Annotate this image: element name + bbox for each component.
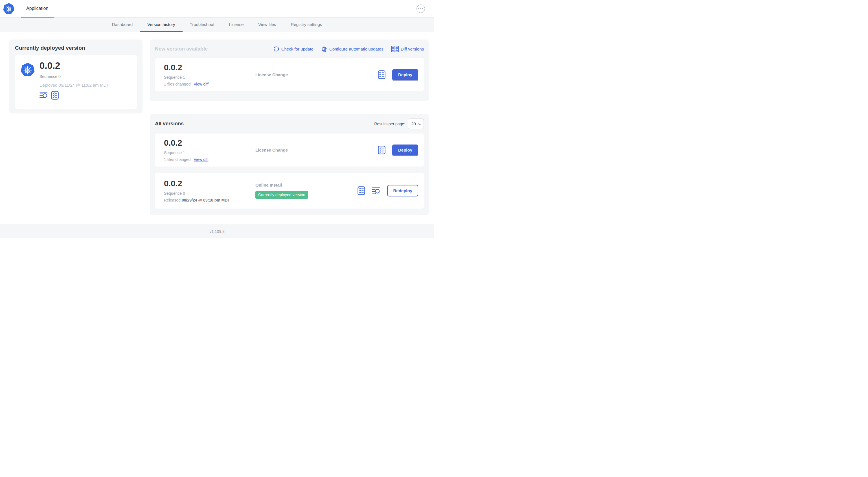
deployed-timestamp: Deployed 09/11/24 @ 11:02 am MDT	[39, 83, 109, 88]
released-label: Released	[164, 198, 181, 202]
deployed-version-number: 0.0.2	[39, 60, 109, 71]
change-type-label: License Change	[255, 148, 378, 152]
version-card-actions: Deploy	[378, 69, 419, 80]
nav-tabs: Dashboard Version history Troubleshoot L…	[0, 18, 434, 32]
currently-deployed-title: Currently deployed version	[15, 45, 137, 51]
app-header: Application	[0, 0, 434, 18]
preflight-checks-icon[interactable]	[358, 186, 365, 195]
refresh-icon	[273, 46, 279, 52]
version-card-actions: Redeploy	[358, 185, 419, 197]
version-sequence: Sequence 0	[164, 191, 255, 196]
ellipsis-dot	[418, 8, 420, 9]
version-source: License Change	[255, 148, 378, 152]
view-diff-link[interactable]: View diff	[193, 82, 208, 86]
new-version-section: New version available	[150, 39, 429, 101]
new-version-card: 0.0.2 Sequence 1 1 files changed View di…	[155, 58, 424, 91]
version-info: 0.0.2 Sequence 1 1 files changed View di…	[159, 63, 255, 86]
version-sequence: Sequence 1	[164, 75, 255, 80]
kubernetes-logo-icon	[3, 3, 14, 15]
redeploy-button[interactable]: Redeploy	[387, 185, 418, 197]
results-per-page: Results per page: 20	[374, 119, 424, 129]
released-date: 08/29/24 @ 03:18 pm MDT	[182, 198, 230, 202]
results-per-page-label: Results per page:	[374, 122, 405, 126]
version-source: License Change	[255, 72, 378, 77]
results-per-page-select[interactable]: 20	[408, 119, 424, 129]
view-diff-link[interactable]: View diff	[193, 157, 208, 162]
ellipsis-dot	[420, 8, 422, 9]
all-versions-section: All versions Results per page: 20	[150, 114, 429, 215]
diff-versions-link[interactable]: Diff versions	[391, 46, 424, 52]
currently-deployed-panel: Currently deployed version	[9, 39, 143, 114]
version-card-sequence-0: 0.0.2 Sequence 0 Released 08/29/24 @ 03:…	[155, 173, 424, 209]
tab-view-files[interactable]: View files	[251, 18, 283, 32]
version-source: Online Install Currently deployed versio…	[255, 183, 358, 199]
versions-column: New version available	[150, 39, 429, 215]
deploy-logs-icon[interactable]	[372, 187, 380, 195]
all-versions-header: All versions Results per page: 20	[155, 119, 424, 129]
version-sequence: Sequence 1	[164, 150, 255, 155]
chevron-down-icon	[418, 121, 421, 126]
currently-deployed-card: 0.0.2 Sequence 0 Deployed 09/11/24 @ 11:…	[15, 55, 137, 109]
deploy-button[interactable]: Deploy	[392, 69, 418, 80]
tab-dashboard[interactable]: Dashboard	[105, 18, 140, 32]
check-for-update-label: Check for update	[281, 47, 313, 51]
currently-deployed-badge: Currently deployed version	[255, 191, 308, 199]
kubernetes-logo-icon	[21, 62, 35, 78]
files-changed-label: 1 files changed	[164, 82, 190, 86]
tab-troubleshoot[interactable]: Troubleshoot	[183, 18, 222, 32]
deployed-sequence: Sequence 0	[39, 74, 109, 79]
app-footer: v1.109.3	[0, 225, 434, 238]
version-actions-links: Check for update	[273, 46, 424, 52]
clock-refresh-icon	[321, 46, 327, 52]
version-info: 0.0.2 Sequence 0 Released 08/29/24 @ 03:…	[159, 179, 255, 202]
app-title: Application	[26, 6, 48, 11]
preflight-checks-icon[interactable]	[378, 146, 385, 154]
files-changed-row: 1 files changed View diff	[164, 157, 255, 162]
install-type-label: Online Install	[255, 183, 358, 187]
ellipsis-menu-icon[interactable]	[416, 4, 425, 13]
main-content: Currently deployed version	[0, 32, 434, 225]
preflight-checks-icon[interactable]	[51, 91, 59, 100]
tab-application[interactable]: Application	[21, 0, 54, 18]
all-versions-title: All versions	[155, 121, 184, 127]
deploy-button[interactable]: Deploy	[392, 145, 418, 155]
preflight-checks-icon[interactable]	[378, 70, 385, 79]
version-number: 0.0.2	[164, 63, 255, 72]
results-per-page-value: 20	[411, 121, 416, 126]
tab-license[interactable]: License	[222, 18, 251, 32]
tab-version-history[interactable]: Version history	[140, 18, 182, 32]
files-changed-row: 1 files changed View diff	[164, 82, 255, 86]
new-version-header: New version available	[155, 44, 424, 54]
version-info: 0.0.2 Sequence 1 1 files changed View di…	[159, 138, 255, 161]
currently-deployed-details: 0.0.2 Sequence 0 Deployed 09/11/24 @ 11:…	[39, 60, 109, 103]
configure-automatic-updates-label: Configure automatic updates	[329, 47, 383, 51]
diff-versions-label: Diff versions	[401, 47, 424, 51]
released-timestamp: Released 08/29/24 @ 03:18 pm MDT	[164, 198, 255, 202]
deployed-version-actions	[39, 91, 109, 100]
files-changed-label: 1 files changed	[164, 157, 190, 162]
version-card-sequence-1: 0.0.2 Sequence 1 1 files changed View di…	[155, 133, 424, 167]
diff-icon	[391, 46, 399, 52]
version-history-page: Application Dashboard Version history Tr…	[0, 0, 434, 239]
new-version-title: New version available	[155, 46, 208, 52]
version-number: 0.0.2	[164, 138, 255, 148]
console-version: v1.109.3	[209, 229, 225, 234]
ellipsis-dot	[422, 8, 424, 9]
tab-registry-settings[interactable]: Registry settings	[283, 18, 329, 32]
deploy-logs-icon[interactable]	[39, 91, 48, 99]
check-for-update-link[interactable]: Check for update	[273, 46, 313, 52]
version-card-actions: Deploy	[378, 145, 419, 155]
version-number: 0.0.2	[164, 179, 255, 188]
change-type-label: License Change	[255, 72, 378, 77]
configure-automatic-updates-link[interactable]: Configure automatic updates	[321, 46, 383, 52]
